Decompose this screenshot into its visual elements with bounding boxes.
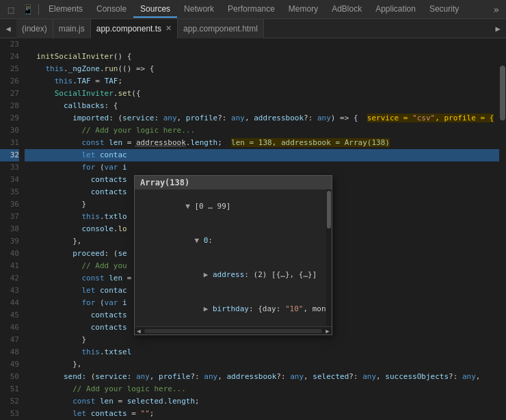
line-numbers: 23 24 25 26 27 28 29 30 31 32 33 34 35 3… (0, 38, 25, 420)
line-num-44: 44 (0, 297, 19, 309)
line-num-42: 42 (0, 272, 19, 285)
tooltip-hscroll-left-button[interactable]: ◀ (135, 327, 143, 335)
tooltip-popup: Array(138) ▼ [0 … 99] ▼ 0: ▶ address: (2… (134, 175, 332, 335)
code-line-25: this._ngZone.run(() => { (25, 63, 499, 75)
line-num-26: 26 (0, 75, 19, 88)
code-line-52: const len = selected.length; (25, 395, 499, 408)
line-num-51: 51 (0, 383, 19, 395)
line-num-32: 32 (0, 149, 19, 161)
tab-console[interactable]: Console (90, 1, 133, 18)
editor-container: 23 24 25 26 27 28 29 30 31 32 33 34 35 3… (0, 38, 506, 420)
code-line-29: imported: (service: any, profile?: any, … (25, 112, 499, 124)
divider (38, 4, 39, 15)
editor-scrollbar[interactable] (499, 38, 506, 420)
tooltip-body[interactable]: ▼ [0 … 99] ▼ 0: ▶ address: (2) [{…}, {…}… (135, 189, 326, 326)
tooltip-line-range[interactable]: ▼ [0 … 99] (135, 189, 326, 224)
code-line-49: }, (25, 358, 499, 371)
tooltip-line-address[interactable]: ▶ address: (2) [{…}, {…}] (135, 258, 326, 292)
line-num-25: 25 (0, 63, 19, 75)
filetab-app-component-ts[interactable]: app.component.ts ✕ (91, 19, 178, 38)
line-num-50: 50 (0, 371, 19, 383)
line-num-40: 40 (0, 248, 19, 260)
editor-scrollbar-thumb (500, 66, 505, 120)
filetab-close-icon[interactable]: ✕ (165, 24, 172, 33)
line-num-37: 37 (0, 211, 19, 223)
line-num-45: 45 (0, 309, 19, 321)
tooltip-hscroll[interactable]: ◀ ▶ (135, 326, 332, 334)
tooltip-line-birthday[interactable]: ▶ birthday: {day: "10", month: "19", y (135, 292, 326, 326)
code-line-30: // Add your logic here... (25, 124, 499, 137)
code-line-32: let contac (25, 149, 499, 161)
code-line-26: this.TAF = TAF; (25, 75, 499, 88)
line-num-35: 35 (0, 186, 19, 198)
file-tabs: ◀ (index) main.js app.component.ts ✕ app… (0, 19, 506, 38)
line-num-53: 53 (0, 408, 19, 420)
line-num-38: 38 (0, 223, 19, 235)
code-line-27: SocialInviter.set({ (25, 88, 499, 100)
tooltip-line-0[interactable]: ▼ 0: (135, 224, 326, 258)
filetab-app-component-ts-label: app.component.ts (96, 24, 161, 34)
code-line-28: callbacks: { (25, 100, 499, 112)
line-num-30: 30 (0, 124, 19, 137)
line-num-24: 24 (0, 51, 19, 63)
more-tabs-button[interactable]: » (490, 3, 503, 16)
line-num-28: 28 (0, 100, 19, 112)
line-num-33: 33 (0, 161, 19, 174)
line-num-34: 34 (0, 174, 19, 186)
code-line-53: let contacts = ""; (25, 408, 499, 420)
tooltip-hscroll-right-button[interactable]: ▶ (323, 327, 332, 335)
line-num-27: 27 (0, 88, 19, 100)
line-num-31: 31 (0, 137, 19, 149)
tab-adblock[interactable]: AdBlock (325, 1, 369, 18)
line-num-43: 43 (0, 285, 19, 297)
code-line-51: // Add your logic here... (25, 383, 499, 395)
tab-performance[interactable]: Performance (221, 1, 282, 18)
line-num-41: 41 (0, 260, 19, 272)
devtools-toolbar: ⬚ 📱 Elements Console Sources Network Per… (0, 0, 506, 19)
code-line-23 (25, 38, 499, 51)
filetab-app-component-html[interactable]: app.component.html (178, 19, 264, 38)
code-line-24: initSocialInviter() { (25, 51, 499, 63)
tab-security[interactable]: Security (423, 1, 466, 18)
line-num-52: 52 (0, 395, 19, 408)
filetab-main-js-label: main.js (59, 24, 85, 34)
device-icon[interactable]: 📱 (19, 1, 36, 18)
tab-application[interactable]: Application (369, 1, 423, 18)
line-num-36: 36 (0, 198, 19, 211)
line-num-29: 29 (0, 112, 19, 124)
tab-sources[interactable]: Sources (133, 1, 177, 18)
line-num-48: 48 (0, 346, 19, 358)
line-num-39: 39 (0, 235, 19, 248)
code-line-50: send: (service: any, profile?: any, addr… (25, 371, 499, 383)
line-num-47: 47 (0, 334, 19, 346)
line-num-49: 49 (0, 358, 19, 371)
code-line-48: this.txtsel (25, 346, 499, 358)
line-num-23: 23 (0, 38, 19, 51)
tooltip-hscroll-track (144, 329, 322, 333)
filetab-app-component-html-label: app.component.html (183, 24, 258, 34)
inspect-icon[interactable]: ⬚ (3, 1, 19, 18)
code-line-47: } (25, 334, 499, 346)
code-line-31: const len = addressbook.length; len = 13… (25, 137, 499, 149)
filetab-index-label: (index) (22, 24, 47, 34)
filetab-main-js[interactable]: main.js (53, 19, 91, 38)
tab-elements[interactable]: Elements (42, 1, 90, 18)
tooltip-header: Array(138) (135, 176, 332, 189)
tooltip-title: Array(138) (140, 178, 189, 187)
code-line-33: for (var i (25, 161, 499, 174)
filetab-nav-right-button[interactable]: ▶ (490, 19, 506, 38)
filetab-prev-button[interactable]: ◀ (0, 19, 16, 38)
tab-network[interactable]: Network (177, 1, 221, 18)
line-num-46: 46 (0, 321, 19, 334)
filetab-index[interactable]: (index) (16, 19, 53, 38)
tab-memory[interactable]: Memory (282, 1, 325, 18)
